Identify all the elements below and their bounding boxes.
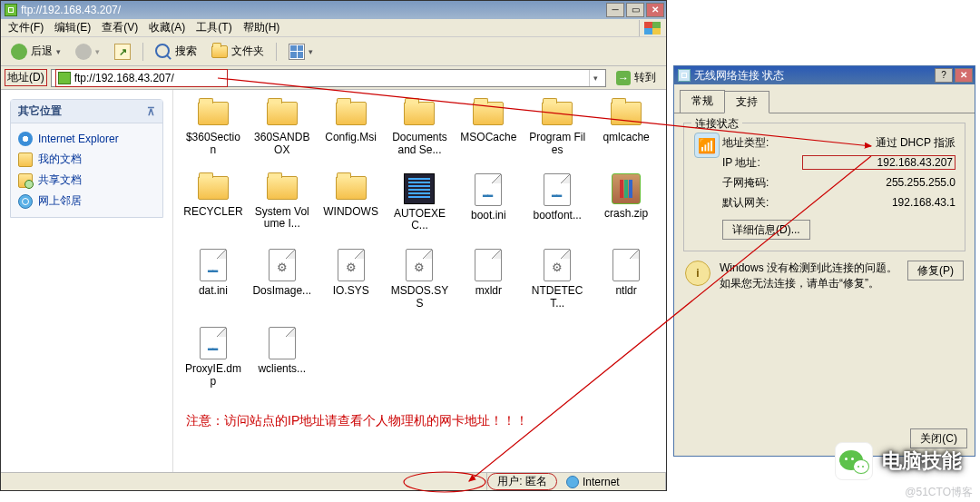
- file-item[interactable]: crash.zip: [592, 173, 661, 233]
- mask-label: 子网掩码:: [722, 175, 802, 191]
- side-link[interactable]: Internet Explorer: [18, 129, 155, 149]
- side-panel-header[interactable]: 其它位置 ⊼: [11, 100, 162, 123]
- file-label: ntldr: [615, 285, 636, 298]
- file-label: qmlcache: [603, 132, 649, 144]
- menu-view[interactable]: 查看(V): [96, 18, 143, 37]
- menu-file[interactable]: 文件(F): [3, 18, 49, 37]
- dialog-tabs: 常规 支持: [674, 84, 975, 113]
- file-item[interactable]: 360SANDBOX: [248, 99, 317, 157]
- file-item[interactable]: ntldr: [592, 249, 661, 310]
- file-item[interactable]: IO.SYS: [317, 249, 386, 310]
- file-label: DosImage...: [252, 285, 311, 298]
- wechat-icon: [835, 442, 873, 480]
- folder-icon: [334, 99, 368, 128]
- folders-button[interactable]: 文件夹: [205, 41, 270, 63]
- file-item[interactable]: boot.ini: [454, 173, 523, 233]
- file-item[interactable]: System Volume I...: [248, 173, 317, 233]
- batch-icon: [404, 173, 435, 204]
- menu-favorites[interactable]: 收藏(A): [143, 18, 191, 37]
- file-item[interactable]: bootfont...: [523, 173, 592, 233]
- view-button[interactable]: ▾: [282, 41, 319, 63]
- tab-support[interactable]: 支持: [724, 91, 769, 113]
- sysfile-icon: [269, 249, 296, 281]
- folders-label: 文件夹: [231, 44, 264, 59]
- config-file-icon: [475, 173, 502, 206]
- file-item[interactable]: qmlcache: [592, 99, 661, 157]
- file-item[interactable]: AUTOEXEC...: [386, 173, 455, 233]
- file-label: Config.Msi: [325, 132, 377, 144]
- menu-tools[interactable]: 工具(T): [191, 18, 237, 37]
- minimize-button[interactable]: ─: [606, 3, 624, 17]
- folder-icon: [471, 99, 505, 128]
- folder-icon: [265, 99, 299, 128]
- chevron-down-icon: ▾: [95, 47, 100, 56]
- maximize-button[interactable]: ▭: [626, 3, 644, 17]
- menu-help[interactable]: 帮助(H): [238, 18, 286, 37]
- explorer-window: ftp://192.168.43.207/ ─ ▭ ✕ 文件(F) 编辑(E) …: [0, 0, 667, 491]
- address-field[interactable]: ftp://192.168.43.207/ ▾: [51, 69, 606, 87]
- dialog-title: 无线网络连接 状态: [694, 68, 935, 84]
- search-button[interactable]: 搜索: [149, 41, 203, 63]
- details-button[interactable]: 详细信息(D)...: [722, 220, 810, 240]
- dialog-help-button[interactable]: ?: [935, 68, 953, 83]
- titlebar[interactable]: ftp://192.168.43.207/ ─ ▭ ✕: [1, 1, 666, 19]
- file-item[interactable]: Program Files: [523, 99, 592, 157]
- windows-logo-icon: [639, 20, 664, 36]
- file-icon: [269, 327, 296, 359]
- file-label: Program Files: [527, 132, 587, 157]
- gw-value: 192.168.43.1: [802, 196, 956, 209]
- side-link[interactable]: 网上邻居: [18, 191, 155, 212]
- share-icon: [18, 173, 33, 188]
- file-item[interactable]: RECYCLER: [179, 173, 248, 233]
- mask-value: 255.255.255.0: [802, 176, 956, 189]
- status-zone: Internet: [557, 473, 666, 490]
- internet-zone-icon: [566, 476, 579, 488]
- file-item[interactable]: MSDOS.SYS: [386, 249, 455, 310]
- wechat-watermark: 电脑技能: [835, 442, 962, 480]
- file-item[interactable]: DosImage...: [248, 249, 317, 310]
- back-button[interactable]: 后退 ▾: [5, 41, 67, 63]
- ip-value: 192.168.43.207: [802, 155, 956, 170]
- file-label: MSDOS.SYS: [389, 285, 449, 310]
- file-item[interactable]: dat.ini: [179, 249, 248, 310]
- side-link[interactable]: 共享文档: [18, 170, 155, 191]
- menu-edit[interactable]: 编辑(E): [49, 18, 96, 37]
- addr-type-label: 地址类型:: [722, 135, 802, 151]
- dialog-close-button[interactable]: ✕: [955, 68, 973, 83]
- file-item[interactable]: Documents and Se...: [386, 99, 455, 157]
- side-link[interactable]: 我的文档: [18, 149, 155, 170]
- chevron-down-icon: ▾: [309, 47, 313, 56]
- folder-icon: [196, 99, 230, 128]
- tab-general[interactable]: 常规: [680, 90, 725, 113]
- repair-button[interactable]: 修复(P): [907, 261, 964, 281]
- window-icon: [5, 4, 17, 16]
- search-label: 搜索: [175, 44, 197, 59]
- go-button[interactable]: → 转到: [610, 69, 662, 87]
- annotation-note: 注意：访问站点的IP地址请查看个人物理机的网卡地址！！！: [186, 413, 661, 429]
- file-item[interactable]: $360Section: [179, 99, 248, 157]
- file-label: ProxyIE.dmp: [183, 363, 243, 389]
- file-item[interactable]: mxldr: [454, 249, 523, 310]
- folder-icon: [402, 99, 436, 128]
- close-button[interactable]: ✕: [646, 3, 664, 17]
- file-item[interactable]: WINDOWS: [317, 173, 386, 233]
- chevron-down-icon: ▾: [56, 47, 61, 56]
- signal-icon: [694, 133, 720, 158]
- file-item[interactable]: wclients...: [248, 327, 317, 389]
- folder-icon: [540, 99, 574, 128]
- file-label: boot.ini: [471, 210, 506, 222]
- address-dropdown-icon[interactable]: ▾: [589, 70, 602, 86]
- file-item[interactable]: NTDETECT...: [523, 249, 592, 310]
- file-list[interactable]: $360Section360SANDBOXConfig.MsiDocuments…: [173, 90, 666, 472]
- dialog-titlebar[interactable]: 无线网络连接 状态 ? ✕: [674, 66, 975, 84]
- up-button[interactable]: [108, 41, 137, 63]
- file-item[interactable]: MSOCache: [454, 99, 523, 157]
- file-item[interactable]: ProxyIE.dmp: [179, 327, 248, 389]
- network-status-dialog: 无线网络连接 状态 ? ✕ 常规 支持 连接状态 地址类型: 通过 DHCP 指…: [673, 65, 975, 457]
- file-item[interactable]: Config.Msi: [317, 99, 386, 157]
- archive-icon: [612, 173, 641, 204]
- file-label: Documents and Se...: [389, 132, 449, 157]
- forward-button[interactable]: ▾: [69, 41, 106, 63]
- go-label: 转到: [634, 70, 656, 85]
- help-text: Windows 没有检测到此连接的问题。如果您无法连接，请单击“修复”。: [720, 261, 898, 291]
